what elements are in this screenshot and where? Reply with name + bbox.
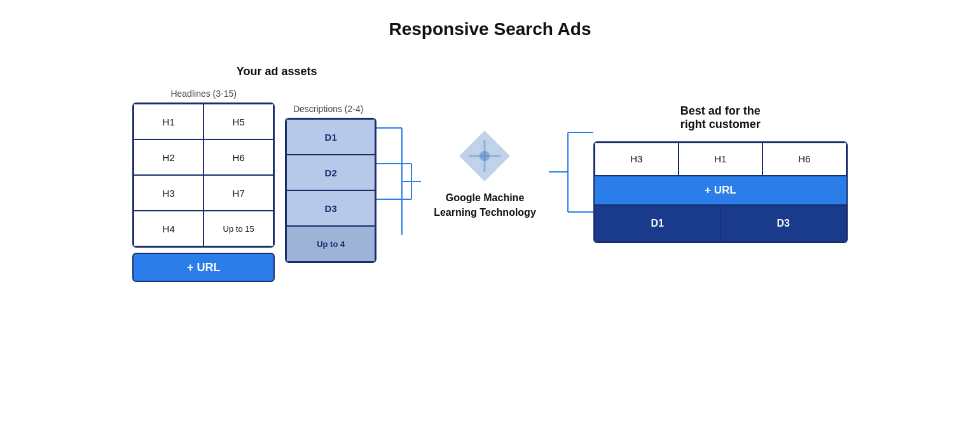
headlines-label: Headlines (3-15)	[132, 88, 275, 99]
headlines-group: Headlines (3-15) H1 H2 H3 H4 H5 H6 H7 Up	[132, 88, 275, 282]
right-url-bar: + URL	[595, 176, 846, 205]
right-headlines-row: H3 H1 H6	[595, 143, 846, 176]
descriptions-label: Descriptions (2-4)	[280, 104, 376, 114]
left-section: Your ad assets Headlines (3-15) H1 H2 H3…	[132, 65, 421, 282]
right-section: Best ad for theright customer H3 H1 H6 +…	[593, 104, 848, 243]
upto4-cell: Up to 4	[286, 226, 375, 262]
h1-cell: H1	[134, 104, 204, 139]
right-d1: D1	[595, 205, 721, 242]
h5-cell: H5	[204, 104, 273, 139]
descriptions-group: Descriptions (2-4) D1 D2 D3 Up to 4	[280, 104, 376, 263]
right-title: Best ad for theright customer	[593, 104, 848, 131]
h6-cell: H6	[204, 139, 273, 175]
right-d3: D3	[721, 205, 846, 242]
page-title: Responsive Search Ads	[389, 19, 591, 39]
url-bar-left: + URL	[132, 253, 275, 282]
right-desc-row: D1 D3	[595, 205, 846, 242]
descriptions-grid: D1 D2 D3 Up to 4	[285, 118, 376, 263]
right-h6: H6	[763, 143, 846, 176]
headlines-grid: H1 H2 H3 H4 H5 H6 H7 Up to 15	[132, 102, 275, 248]
connector-lines-left	[376, 110, 421, 257]
h3-cell: H3	[134, 175, 204, 211]
main-content: Your ad assets Headlines (3-15) H1 H2 H3…	[0, 65, 980, 282]
right-h3: H3	[595, 143, 679, 176]
upto15-cell: Up to 15	[204, 211, 273, 246]
ml-section: Google MachineLearning Technology	[434, 127, 536, 220]
right-ad-box: H3 H1 H6 + URL D1 D3	[593, 141, 848, 243]
d1-cell: D1	[286, 119, 375, 155]
connector-lines-right	[549, 101, 593, 247]
ml-icon	[456, 127, 513, 185]
d3-cell: D3	[286, 190, 375, 226]
headline-col-2: H5 H6 H7 Up to 15	[204, 104, 273, 246]
headline-col-1: H1 H2 H3 H4	[134, 104, 204, 246]
h4-cell: H4	[134, 211, 204, 246]
d2-cell: D2	[286, 155, 375, 190]
h7-cell: H7	[204, 175, 273, 211]
h2-cell: H2	[134, 139, 204, 175]
right-h1: H1	[679, 143, 763, 176]
ad-assets-title: Your ad assets	[237, 65, 317, 78]
ml-label: Google MachineLearning Technology	[434, 191, 536, 220]
